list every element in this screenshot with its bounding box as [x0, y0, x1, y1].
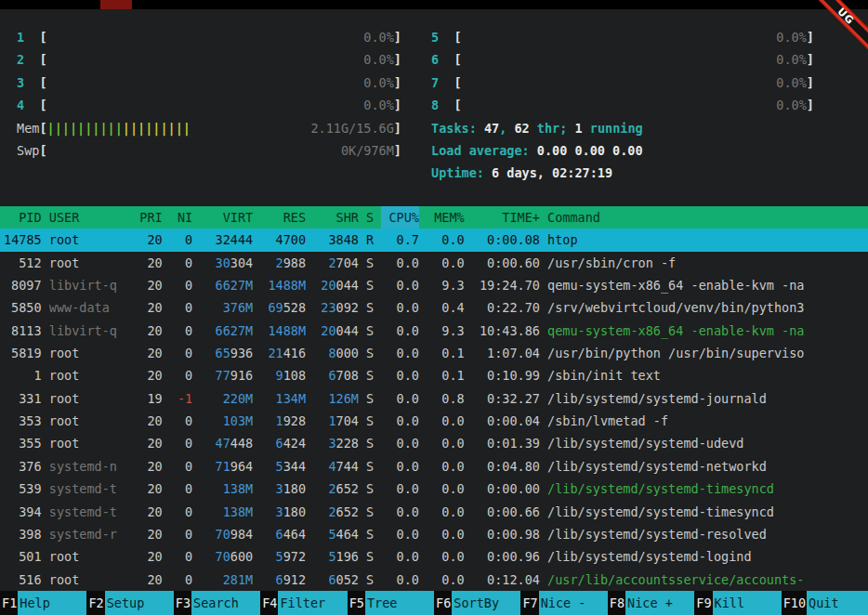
cell-res: 6912 — [260, 569, 306, 591]
fkey-action-F5: Tree — [365, 591, 434, 615]
cell-virt: 70600 — [200, 545, 253, 568]
column-header-cmd[interactable]: Command — [547, 206, 868, 229]
cell-cpu: 0.0 — [381, 387, 419, 410]
cell-cpu: 0.0 — [381, 252, 419, 274]
cell-cmd: /lib/systemd/systemd-timesyncd — [547, 501, 868, 523]
cell-mem: 0.1 — [427, 364, 465, 386]
cell-pri: 20 — [125, 410, 163, 432]
process-row[interactable]: 14785root2003244447003848R0.70.00:00.08h… — [0, 229, 868, 251]
cell-shr: 8000 — [313, 342, 359, 364]
column-header-user[interactable]: USER — [49, 206, 117, 229]
cell-res: 1488M — [260, 274, 306, 296]
cell-user: root — [49, 252, 117, 274]
process-row[interactable]: 398systemd-r2007098464645464S0.00.00:00.… — [0, 523, 868, 545]
cell-time: 0:00.98 — [472, 523, 540, 545]
cell-cmd: /srv/webvirtcloud/venv/bin/python3 — [547, 296, 868, 319]
fkey-action-F7: Nice - — [539, 591, 608, 615]
fkey-item-F1[interactable]: F1Help — [0, 591, 86, 615]
fkey-item-F5[interactable]: F5Tree — [348, 591, 434, 615]
process-row[interactable]: 516root200281M69126052S0.00.00:12.04/usr… — [0, 569, 868, 591]
cell-mem: 0.0 — [427, 569, 465, 591]
cell-res: 9108 — [260, 364, 306, 386]
column-header-time[interactable]: TIME+ — [472, 206, 540, 229]
fkey-label-F1: F1 — [0, 591, 18, 615]
cell-res: 3180 — [260, 501, 306, 523]
cell-pid: 14785 — [4, 229, 42, 251]
process-row[interactable]: 376systemd-n2007196453444744S0.00.00:04.… — [0, 455, 868, 478]
column-header-mem[interactable]: MEM% — [427, 206, 465, 229]
cell-cmd: /lib/systemd/systemd-journald — [547, 387, 868, 410]
process-row[interactable]: 355root2004744864243228S0.00.00:01.39/li… — [0, 432, 868, 454]
cell-mem: 0.0 — [427, 455, 465, 478]
cell-ni: 0 — [170, 342, 192, 364]
cell-s: S — [366, 432, 374, 454]
cell-time: 1:07.04 — [472, 342, 540, 364]
fkey-item-F9[interactable]: F9Kill — [694, 591, 781, 615]
cell-res: 69528 — [260, 296, 306, 319]
table-body: 14785root2003244447003848R0.70.00:00.08h… — [0, 229, 868, 591]
column-header-ni[interactable]: NI — [170, 206, 192, 229]
cell-pri: 20 — [125, 455, 163, 478]
cell-time: 0:00.66 — [472, 501, 540, 523]
cell-user: root — [49, 569, 117, 591]
cell-pri: 20 — [125, 501, 163, 523]
process-row[interactable]: 1root2007791691086708S0.00.10:10.99/sbin… — [0, 364, 868, 386]
process-row[interactable]: 501root2007060059725196S0.00.00:00.96/li… — [0, 545, 868, 568]
cell-user: systemd-t — [49, 501, 117, 523]
fkey-item-F3[interactable]: F3Search — [174, 591, 260, 615]
fkey-item-F6[interactable]: F6SortBy — [434, 591, 520, 615]
cell-res: 1928 — [260, 410, 306, 432]
cell-virt: 32444 — [200, 229, 253, 251]
process-row[interactable]: 5850www-data200376M6952823092S0.00.40:22… — [0, 296, 868, 319]
cell-cmd: /lib/systemd/systemd-networkd — [547, 455, 868, 478]
cell-ni: 0 — [170, 364, 192, 386]
cell-res: 4700 — [260, 229, 306, 251]
fkey-item-F4[interactable]: F4Filter — [260, 591, 347, 615]
column-header-s[interactable]: S — [366, 206, 374, 229]
cell-mem: 0.8 — [427, 387, 465, 410]
fkey-label-F10: F10 — [782, 591, 807, 615]
cell-ni: 0 — [170, 252, 192, 274]
cell-user: systemd-t — [49, 478, 117, 500]
fkey-item-F7[interactable]: F7Nice - — [520, 591, 607, 615]
cell-pri: 20 — [125, 229, 163, 251]
cell-cpu: 0.0 — [381, 523, 419, 545]
process-row[interactable]: 5819root20065936214168000S0.00.11:07.04/… — [0, 342, 868, 364]
cell-ni: 0 — [170, 455, 192, 478]
cell-virt: 65936 — [200, 342, 253, 364]
cell-user: libvirt-q — [49, 274, 117, 296]
cell-mem: 0.0 — [427, 229, 465, 251]
process-row[interactable]: 8113libvirt-q2006627M1488M20044S0.09.310… — [0, 320, 868, 342]
process-row[interactable]: 353root200103M19281704S0.00.00:00.04/sbi… — [0, 410, 868, 432]
cell-virt: 70984 — [200, 523, 253, 545]
cell-shr: 4744 — [313, 455, 359, 478]
column-header-virt[interactable]: VIRT — [200, 206, 253, 229]
cell-pri: 20 — [125, 569, 163, 591]
column-header-cpu[interactable]: CPU% — [381, 206, 419, 229]
fkey-item-F2[interactable]: F2Setup — [86, 591, 173, 615]
process-row[interactable]: 512root2003030429882704S0.00.00:00.60/us… — [0, 252, 868, 274]
cell-cpu: 0.0 — [381, 342, 419, 364]
swap-meter: Swp[0K/976M] — [17, 139, 401, 162]
column-header-res[interactable]: RES — [260, 206, 306, 229]
cpu-meter-5: 5 [0.0%] — [431, 26, 814, 48]
cell-cmd: /sbin/init text — [547, 364, 868, 386]
process-row[interactable]: 539systemd-t200138M31802652S0.00.00:00.0… — [0, 478, 868, 500]
fkey-item-F8[interactable]: F8Nice + — [608, 591, 694, 615]
fkey-action-F9: Kill — [713, 591, 782, 615]
fkey-label-F4: F4 — [260, 591, 278, 615]
process-row[interactable]: 8097libvirt-q2006627M1488M20044S0.09.319… — [0, 274, 868, 296]
column-header-pri[interactable]: PRI — [125, 206, 163, 229]
cell-s: S — [366, 455, 374, 478]
cell-ni: 0 — [170, 501, 192, 523]
process-row[interactable]: 394systemd-t200138M31802652S0.00.00:00.6… — [0, 501, 868, 523]
process-row[interactable]: 331root19-1220M134M126MS0.00.80:32.27/li… — [0, 387, 868, 410]
column-header-shr[interactable]: SHR — [313, 206, 359, 229]
cell-pid: 331 — [4, 387, 42, 410]
cell-s: S — [366, 523, 374, 545]
cell-mem: 0.0 — [427, 523, 465, 545]
column-header-pid[interactable]: PID — [4, 206, 42, 229]
cell-pri: 20 — [125, 296, 163, 319]
cell-time: 0:01.39 — [472, 432, 540, 454]
fkey-item-F10[interactable]: F10Quit — [782, 591, 868, 615]
